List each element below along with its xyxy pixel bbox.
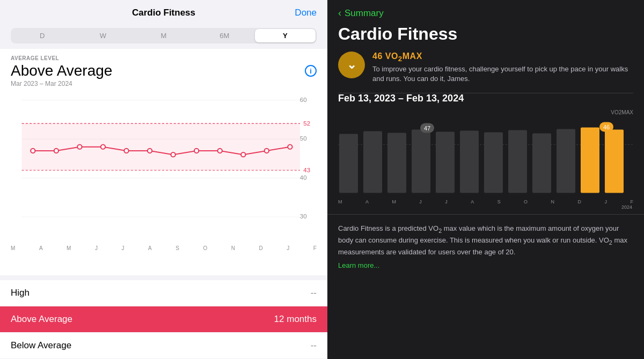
svg-point-17 xyxy=(124,149,128,153)
average-value-text: Above Average xyxy=(11,62,112,79)
vo2-card: ⌄ 46 VO2MAX To improve your cardio fitne… xyxy=(327,52,644,93)
svg-rect-27 xyxy=(363,131,382,193)
x-label-8: N xyxy=(231,245,235,251)
vo2-value-text: 46 VO2MAX xyxy=(372,52,422,61)
bar-x-labels: M A M J J A S O N D J F xyxy=(338,197,633,204)
svg-text:30: 30 xyxy=(300,213,307,219)
vo2-info: 46 VO2MAX To improve your cardio fitness… xyxy=(372,52,633,84)
bar-x-7: O xyxy=(524,199,528,204)
x-label-3: J xyxy=(95,245,98,251)
chevron-down-icon: ⌄ xyxy=(347,58,356,72)
bar-x-5: A xyxy=(471,199,474,204)
svg-rect-33 xyxy=(508,130,527,193)
svg-point-15 xyxy=(77,145,82,149)
bar-chart-container: 47 46 xyxy=(338,116,633,197)
svg-point-22 xyxy=(241,152,245,157)
x-label-7: O xyxy=(203,245,207,251)
x-label-0: M xyxy=(11,245,15,251)
back-arrow-icon[interactable]: ‹ xyxy=(338,8,341,19)
summary-label[interactable]: Summary xyxy=(345,8,384,19)
bar-x-10: J xyxy=(604,199,607,204)
average-value-row: Above Average i xyxy=(11,62,317,79)
description-text: Cardio Fitness is a predicted VO2 max va… xyxy=(338,223,633,257)
right-panel: ‹ Summary Cardio Fitness ⌄ 46 VO2MAX To … xyxy=(327,0,644,359)
svg-text:46: 46 xyxy=(603,124,610,130)
bar-x-1: A xyxy=(365,199,369,204)
svg-text:60: 60 xyxy=(300,97,307,103)
x-label-5: A xyxy=(148,245,152,251)
svg-rect-26 xyxy=(339,134,358,193)
card-below-value: -- xyxy=(311,340,317,351)
bar-chart-svg: 47 46 xyxy=(338,116,633,197)
bar-x-11: F xyxy=(630,199,633,204)
done-button[interactable]: Done xyxy=(295,8,317,18)
bottom-cards: High -- Above Average 12 months Below Av… xyxy=(0,275,327,359)
svg-rect-35 xyxy=(557,129,575,193)
x-label-2: M xyxy=(67,245,71,251)
x-label-10: J xyxy=(287,245,289,251)
svg-point-23 xyxy=(265,149,269,153)
svg-point-20 xyxy=(194,149,199,153)
svg-rect-37 xyxy=(605,130,624,193)
chart-x-labels: M A M J J A S O N D J F xyxy=(11,245,317,251)
left-title: Cardio Fitness xyxy=(132,8,195,18)
card-below-label: Below Average xyxy=(11,340,71,351)
svg-point-16 xyxy=(101,145,105,149)
svg-rect-12 xyxy=(22,123,301,170)
card-high-label: High xyxy=(11,288,30,298)
info-icon[interactable]: i xyxy=(305,65,317,77)
bar-x-8: N xyxy=(551,199,555,204)
year-label: 2024 xyxy=(338,204,633,210)
svg-text:50: 50 xyxy=(300,135,307,142)
time-option-w[interactable]: W xyxy=(72,29,133,42)
x-label-6: S xyxy=(175,245,179,251)
svg-point-18 xyxy=(148,149,152,153)
svg-point-19 xyxy=(171,152,175,157)
date-period: Feb 13, 2023 – Feb 13, 2024 xyxy=(327,93,644,109)
svg-rect-30 xyxy=(436,132,455,193)
card-above-value: 12 months xyxy=(274,314,317,325)
chart-container: 60 50 40 30 52 43 xyxy=(11,92,317,242)
right-title: Cardio Fitness xyxy=(327,21,644,52)
left-header: Cardio Fitness Done xyxy=(0,0,327,26)
card-item-above-average[interactable]: Above Average 12 months xyxy=(0,306,327,332)
svg-text:40: 40 xyxy=(300,174,307,181)
svg-rect-31 xyxy=(460,131,479,193)
bar-x-4: J xyxy=(445,199,448,204)
average-level-label: AVERAGE LEVEL xyxy=(11,55,317,61)
right-header: ‹ Summary xyxy=(327,0,644,21)
bar-x-9: D xyxy=(578,199,582,204)
svg-text:47: 47 xyxy=(424,125,430,131)
chart-section: AVERAGE LEVEL Above Average i Mar 2023 –… xyxy=(0,49,327,275)
x-label-4: J xyxy=(121,245,124,251)
learn-more-link[interactable]: Learn more... xyxy=(338,261,379,269)
time-option-y[interactable]: Y xyxy=(255,29,316,42)
bar-chart-section: VO2MAX xyxy=(327,109,644,210)
svg-text:52: 52 xyxy=(303,120,310,127)
description-section: Cardio Fitness is a predicted VO2 max va… xyxy=(327,214,644,279)
x-label-11: F xyxy=(313,245,317,251)
vo2-icon: ⌄ xyxy=(338,52,365,78)
time-selector: D W M 6M Y xyxy=(11,28,317,43)
time-option-6m[interactable]: 6M xyxy=(194,29,255,42)
left-panel: Cardio Fitness Done D W M 6M Y AVERAGE L… xyxy=(0,0,327,359)
card-item-below-average[interactable]: Below Average -- xyxy=(0,333,327,358)
time-option-d[interactable]: D xyxy=(12,29,72,42)
bar-x-6: S xyxy=(497,199,501,204)
time-option-m[interactable]: M xyxy=(133,29,194,42)
card-item-high[interactable]: High -- xyxy=(0,280,327,306)
bar-x-0: M xyxy=(338,199,342,204)
svg-point-24 xyxy=(288,145,292,149)
x-label-1: A xyxy=(39,245,43,251)
vo2max-chart-label: VO2MAX xyxy=(338,109,633,115)
bar-x-2: M xyxy=(392,199,396,204)
vo2-description: To improve your cardio fitness, challeng… xyxy=(372,64,633,84)
x-label-9: D xyxy=(259,245,263,251)
svg-rect-32 xyxy=(484,133,503,193)
svg-point-21 xyxy=(218,149,222,153)
svg-rect-34 xyxy=(532,134,551,193)
chart-svg: 60 50 40 30 52 43 xyxy=(11,92,317,242)
card-above-label: Above Average xyxy=(11,314,72,325)
svg-point-13 xyxy=(31,149,35,153)
svg-text:43: 43 xyxy=(303,167,310,173)
